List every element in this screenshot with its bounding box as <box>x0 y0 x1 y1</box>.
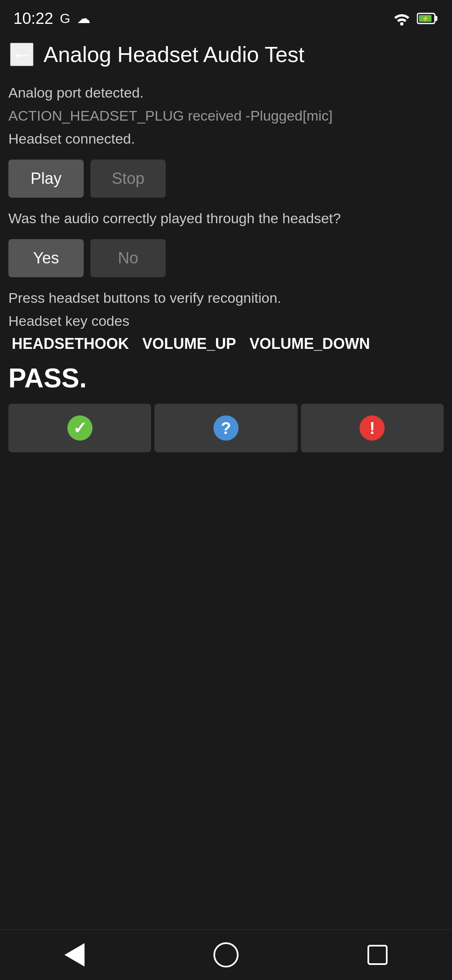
headset-press-text: Press headset buttons to verify recognit… <box>8 287 444 309</box>
action-buttons-row: ✓ ? ! <box>8 404 444 452</box>
status-left: 10:22 G ☁ <box>13 10 90 28</box>
pass-action-button[interactable]: ✓ <box>8 404 151 452</box>
headset-key-codes-label: Headset key codes <box>8 310 444 332</box>
nav-recent-button[interactable] <box>367 945 388 965</box>
nav-recent-icon <box>367 945 388 965</box>
svg-text:⚡: ⚡ <box>422 15 429 22</box>
svg-point-0 <box>400 22 403 26</box>
play-button[interactable]: Play <box>8 160 84 198</box>
audio-question-text: Was the audio correctly played through t… <box>8 208 444 229</box>
play-stop-row: Play Stop <box>8 160 444 198</box>
status-bar: 10:22 G ☁ ⚡ <box>0 0 452 34</box>
key-code-volume-up: VOLUME_UP <box>142 335 236 353</box>
yes-no-row: Yes No <box>8 239 444 277</box>
bottom-nav <box>0 929 452 980</box>
nav-back-button[interactable] <box>64 943 85 967</box>
exclaim-icon: ! <box>360 415 385 441</box>
analog-port-text: Analog port detected. <box>8 82 444 103</box>
cloud-icon: ☁ <box>77 10 90 26</box>
question-icon: ? <box>213 415 239 441</box>
unknown-action-button[interactable]: ? <box>154 404 297 452</box>
status-right: ⚡ <box>392 11 439 26</box>
info-line-1: Analog port detected. ACTION_HEADSET_PLU… <box>8 82 444 150</box>
key-code-volume-down: VOLUME_DOWN <box>249 335 370 353</box>
fail-action-button[interactable]: ! <box>301 404 444 452</box>
stop-button[interactable]: Stop <box>90 160 166 198</box>
pass-label: PASS. <box>8 363 444 394</box>
google-icon: G <box>60 11 70 26</box>
action-headset-plug-text: ACTION_HEADSET_PLUG received -Plugged[mi… <box>8 105 444 126</box>
main-content: Analog port detected. ACTION_HEADSET_PLU… <box>0 75 452 694</box>
key-codes-row: HEADSETHOOK VOLUME_UP VOLUME_DOWN <box>12 335 444 353</box>
key-code-headsethook: HEADSETHOOK <box>12 335 129 353</box>
headset-connected-text: Headset connected. <box>8 128 444 150</box>
battery-icon: ⚡ <box>417 11 439 26</box>
status-time: 10:22 <box>13 10 53 28</box>
spacer <box>0 694 452 930</box>
nav-home-button[interactable] <box>213 942 239 967</box>
nav-back-icon <box>64 943 85 967</box>
app-header: ← Analog Headset Audio Test <box>0 34 452 75</box>
wifi-icon <box>392 11 412 26</box>
check-icon: ✓ <box>67 415 92 441</box>
no-button[interactable]: No <box>90 239 166 277</box>
page-title: Analog Headset Audio Test <box>44 42 305 67</box>
back-button[interactable]: ← <box>10 43 33 66</box>
yes-button[interactable]: Yes <box>8 239 84 277</box>
nav-home-icon <box>213 942 239 967</box>
svg-rect-2 <box>435 16 437 21</box>
